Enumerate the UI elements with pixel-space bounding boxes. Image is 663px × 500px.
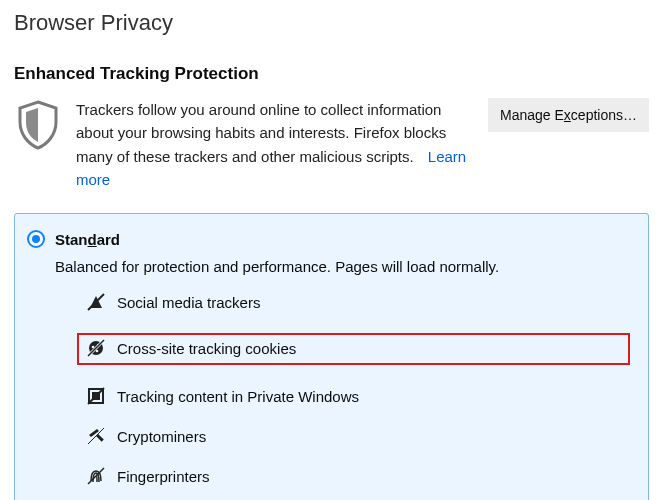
protection-label: Cross-site tracking cookies <box>117 340 296 357</box>
standard-description: Balanced for protection and performance.… <box>55 258 630 275</box>
protection-list: Social media trackers Cross-site trackin… <box>87 293 630 485</box>
standard-panel-header[interactable]: Standard <box>27 230 630 248</box>
protection-item-cookies: Cross-site tracking cookies <box>77 333 630 365</box>
protection-label: Cryptominers <box>117 428 206 445</box>
tracking-content-icon <box>87 387 105 405</box>
social-icon <box>87 293 105 311</box>
protection-label: Social media trackers <box>117 294 260 311</box>
standard-title: Standard <box>55 231 120 248</box>
protection-label: Fingerprinters <box>117 468 210 485</box>
manage-exceptions-button[interactable]: Manage Exceptions… <box>488 98 649 132</box>
protection-item-social: Social media trackers <box>87 293 630 311</box>
protection-item-cryptominers: Cryptominers <box>87 427 630 445</box>
etp-intro-row: Trackers follow you around online to col… <box>14 98 649 191</box>
cookie-icon <box>87 339 105 357</box>
etp-heading: Enhanced Tracking Protection <box>14 64 649 84</box>
shield-icon <box>14 98 62 152</box>
protection-label: Tracking content in Private Windows <box>117 388 359 405</box>
standard-radio[interactable] <box>27 230 45 248</box>
page-title: Browser Privacy <box>14 10 649 36</box>
etp-intro-text: Trackers follow you around online to col… <box>76 98 474 191</box>
svg-point-2 <box>92 346 95 349</box>
fingerprinter-icon <box>87 467 105 485</box>
svg-point-4 <box>96 350 99 353</box>
etp-description: Trackers follow you around online to col… <box>76 101 446 165</box>
standard-panel: Standard Balanced for protection and per… <box>14 213 649 500</box>
svg-line-9 <box>88 388 104 404</box>
cryptominer-icon <box>87 427 105 445</box>
protection-item-fingerprinters: Fingerprinters <box>87 467 630 485</box>
protection-item-tracking-content: Tracking content in Private Windows <box>87 387 630 405</box>
